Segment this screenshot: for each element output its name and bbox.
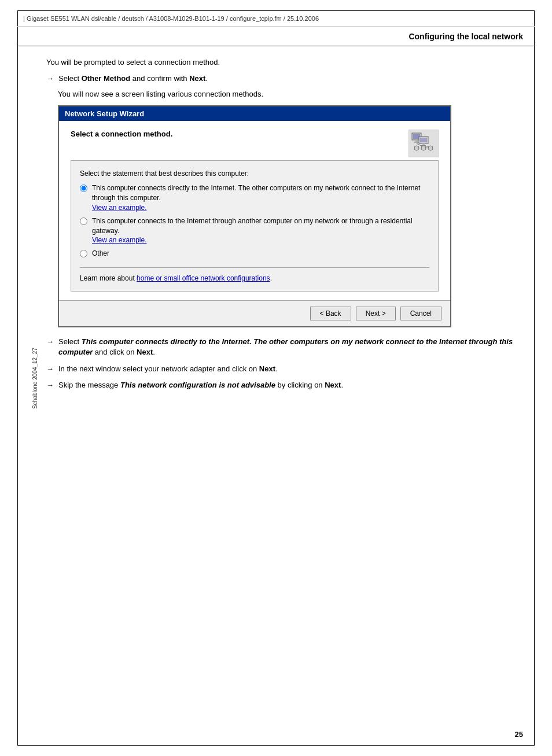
- radio-option-1-text: This computer connects directly to the I…: [92, 184, 420, 202]
- radio-option-3[interactable]: Other: [80, 249, 429, 259]
- intro-text: You will be prompted to select a connect…: [46, 58, 523, 67]
- learn-more-link[interactable]: home or small office network configurati…: [137, 274, 270, 282]
- main-content: You will be prompted to select a connect…: [46, 58, 523, 396]
- learn-more-prefix: Learn more about: [80, 274, 137, 282]
- radio-option-1-link[interactable]: View an example.: [92, 204, 147, 212]
- page-number: 25: [515, 730, 523, 739]
- instruction-1-text: Select This computer connects directly t…: [58, 337, 523, 357]
- svg-rect-5: [420, 138, 427, 142]
- svg-rect-2: [415, 140, 418, 142]
- dialog-header-section: Select a connection method.: [59, 121, 450, 300]
- radio-option-2-link[interactable]: View an example.: [92, 236, 147, 244]
- bottom-border: [17, 745, 535, 746]
- instruction-3-text: Skip the message This network configurat…: [58, 380, 343, 390]
- radio-option-2-text: This computer connects to the Internet t…: [92, 217, 413, 235]
- right-border: [534, 10, 535, 746]
- dialog-inner-panel: Select the statement that best describes…: [71, 160, 439, 292]
- svg-point-10: [414, 146, 419, 150]
- arrow-icon-2: →: [46, 337, 54, 346]
- arrow-icon-4: →: [46, 381, 54, 389]
- page-title-area: Configuring the local network: [17, 32, 535, 46]
- radio-option-1[interactable]: This computer connects directly to the I…: [80, 183, 429, 212]
- radio-option-1-input[interactable]: [80, 185, 87, 192]
- dialog-subtitle: Select a connection method.: [71, 130, 172, 138]
- arrow-icon-1: →: [46, 74, 54, 83]
- next-button[interactable]: Next >: [356, 307, 396, 320]
- dialog-title: Network Setup Wizard: [65, 109, 144, 118]
- radio-option-3-text: Other: [92, 249, 109, 259]
- header-bar: | Gigaset SE551 WLAN dsl/cable / deutsch…: [17, 10, 535, 27]
- instruction-2: → In the next window select your network…: [46, 364, 523, 374]
- breadcrumb: | Gigaset SE551 WLAN dsl/cable / deutsch…: [23, 15, 319, 22]
- radio-option-2-input[interactable]: [80, 217, 87, 225]
- network-icon: [409, 130, 439, 157]
- learn-more-suffix: .: [270, 274, 272, 282]
- instructions-section: → Select This computer connects directly…: [46, 337, 523, 390]
- learn-more-section: Learn more about home or small office ne…: [80, 267, 429, 282]
- cancel-button[interactable]: Cancel: [400, 307, 441, 320]
- instruction-1: → Select This computer connects directly…: [46, 337, 523, 357]
- svg-point-12: [428, 146, 433, 150]
- svg-rect-6: [422, 143, 425, 145]
- radio-option-3-input[interactable]: [80, 250, 87, 257]
- dialog-title-bar: Network Setup Wizard: [59, 106, 450, 121]
- network-setup-wizard-dialog: Network Setup Wizard Select a connection…: [58, 105, 451, 327]
- svg-point-11: [421, 146, 426, 150]
- svg-rect-3: [414, 142, 419, 143]
- side-label: Schablone 2004_12_27: [32, 348, 38, 409]
- left-border: [17, 10, 18, 746]
- radio-option-2[interactable]: This computer connects to the Internet t…: [80, 216, 429, 245]
- dialog-footer: < Back Next > Cancel: [59, 300, 450, 326]
- back-button[interactable]: < Back: [310, 307, 351, 320]
- page-title: Configuring the local network: [409, 32, 523, 41]
- instruction-2-text: In the next window select your network a…: [58, 364, 278, 374]
- arrow-icon-3: →: [46, 364, 54, 373]
- dialog-inner-title: Select the statement that best describes…: [80, 169, 429, 178]
- bullet-other-method: → Select Other Method and confirm with N…: [46, 73, 523, 84]
- other-method-text: Select Other Method and confirm with Nex…: [58, 73, 208, 84]
- instruction-3: → Skip the message This network configur…: [46, 380, 523, 390]
- sub-intro-text: You will now see a screen listing variou…: [58, 90, 523, 98]
